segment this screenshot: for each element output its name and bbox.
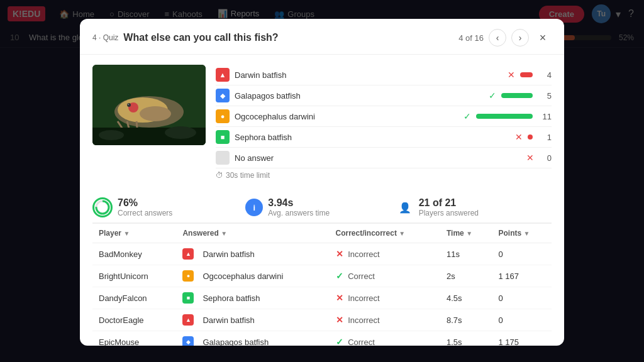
close-button[interactable]: ×: [534, 29, 552, 47]
answer-count: 11: [539, 112, 552, 121]
answer-row: ■ Sephora batfish ✕ 1: [216, 127, 552, 148]
answer-icon-square: ■: [216, 130, 230, 144]
col-time[interactable]: Time ▼: [440, 224, 492, 243]
svg-point-12: [165, 126, 196, 139]
answer-text: Galapagos batfish: [235, 91, 489, 101]
modal-navigation: 4 of 16 ‹ › ×: [458, 29, 552, 47]
svg-point-8: [127, 103, 131, 107]
player-answered: ■ Sephora batfish: [176, 287, 329, 309]
sort-arrow: ▼: [123, 230, 130, 237]
player-status: ✓ Correct: [330, 331, 440, 346]
answer-mark-x: ✕: [508, 70, 515, 80]
answer-icon-circle: ●: [216, 109, 230, 123]
answer-row: ▲ Darwin batfish ✕ 4: [216, 65, 552, 85]
answer-row: No answer ✕ 0: [216, 148, 552, 168]
answer-icon-triangle: ▲: [216, 68, 230, 82]
table-row: BrightUnicorn ● Ogcocephalus darwini ✓ C…: [92, 265, 552, 287]
answer-text: No answer: [235, 153, 526, 163]
time-limit: ⏱ 30s time limit: [216, 171, 552, 180]
player-time: 8.7s: [440, 309, 492, 331]
answer-count: 4: [539, 70, 552, 80]
modal-header: 4 · Quiz What else can you call this fis…: [80, 19, 564, 55]
table-row: DandyFalcon ■ Sephora batfish ✕ Incorrec…: [92, 287, 552, 309]
status-text: Correct: [348, 272, 375, 281]
answered-text: Galapagos batfish: [203, 337, 269, 346]
avg-time-label: Avg. answers time: [268, 209, 330, 217]
player-answered: ▲ Darwin batfish: [176, 309, 329, 331]
answer-mark-check: ✓: [489, 90, 496, 101]
player-points: 0: [492, 287, 552, 309]
answer-bar: [501, 93, 533, 98]
player-answered: ● Ogcocephalus darwini: [176, 265, 329, 287]
player-status: ✕ Incorrect: [330, 243, 440, 265]
player-name: DoctorEagle: [92, 309, 176, 331]
modal-overlay: 4 · Quiz What else can you call this fis…: [0, 0, 644, 362]
modal-quiz-label: 4 · Quiz: [92, 33, 118, 42]
answered-text: Darwin batfish: [203, 250, 254, 259]
table-row: BadMonkey ▲ Darwin batfish ✕ Incorrect 1…: [92, 243, 552, 265]
player-name: BrightUnicorn: [92, 265, 176, 287]
table-row: DoctorEagle ▲ Darwin batfish ✕ Incorrect…: [92, 309, 552, 331]
quiz-modal: 4 · Quiz What else can you call this fis…: [80, 19, 564, 346]
answer-icon-empty: [216, 151, 230, 165]
answer-text: Darwin batfish: [235, 70, 508, 80]
answer-row: ● Ogcocephalus darwini ✓ 11: [216, 106, 552, 127]
col-answered[interactable]: Answered ▼: [176, 224, 329, 243]
answers-list: ▲ Darwin batfish ✕ 4 ◆ Galapagos batfish…: [216, 65, 552, 180]
player-table: Player ▼ Answered ▼ Correct/incorrect ▼: [92, 224, 552, 346]
status-text: Incorrect: [348, 250, 380, 259]
clock-icon: ⏱: [216, 171, 223, 180]
next-arrow-button[interactable]: ›: [511, 29, 529, 47]
answered-icon: ●: [182, 270, 194, 282]
answer-mark-x: ✕: [515, 132, 523, 142]
table-header-row: Player ▼ Answered ▼ Correct/incorrect ▼: [92, 224, 552, 243]
status-icon: ✕: [336, 249, 343, 259]
correct-label: Correct answers: [118, 209, 172, 217]
answered-text: Darwin batfish: [203, 315, 254, 325]
player-status: ✕ Incorrect: [330, 309, 440, 331]
status-icon: ✓: [336, 337, 343, 346]
col-correct-incorrect[interactable]: Correct/incorrect ▼: [330, 224, 440, 243]
player-time: 2s: [440, 265, 492, 287]
answer-count: 1: [539, 133, 552, 142]
answered-text: Ogcocephalus darwini: [203, 272, 283, 281]
avg-time-value: 3.94s: [268, 197, 330, 209]
player-name: DandyFalcon: [92, 287, 176, 309]
table-row: EpicMouse ◆ Galapagos batfish ✓ Correct …: [92, 331, 552, 346]
player-name: EpicMouse: [92, 331, 176, 346]
status-icon: ✕: [336, 315, 343, 325]
svg-point-11: [99, 130, 124, 140]
col-player[interactable]: Player ▼: [92, 224, 176, 243]
answered-text: Sephora batfish: [203, 293, 260, 303]
stat-players: 👤 21 of 21 Players answered: [399, 197, 552, 217]
people-icon: 👤: [399, 202, 411, 214]
answered-icon: ■: [182, 292, 194, 304]
status-text: Incorrect: [348, 315, 380, 325]
modal-title: What else can you call this fish?: [123, 32, 453, 43]
answered-icon: ◆: [182, 336, 194, 346]
player-name: BadMonkey: [92, 243, 176, 265]
players-label: Players answered: [419, 209, 479, 217]
answer-mark-x: ✕: [526, 153, 534, 163]
status-text: Correct: [348, 337, 375, 346]
player-status: ✕ Incorrect: [330, 287, 440, 309]
col-points[interactable]: Points ▼: [492, 224, 552, 243]
stat-correct-answers: 76% Correct answers: [92, 197, 245, 217]
modal-body: ▲ Darwin batfish ✕ 4 ◆ Galapagos batfish…: [80, 55, 564, 346]
prev-arrow-button[interactable]: ‹: [489, 29, 506, 47]
player-answered: ◆ Galapagos batfish: [176, 331, 329, 346]
correct-circle: [92, 197, 113, 217]
answer-count: 0: [539, 153, 552, 163]
fish-image: [92, 65, 206, 145]
svg-point-9: [128, 104, 129, 105]
stats-row: 76% Correct answers i 3.94s Avg. answers…: [92, 190, 552, 224]
answer-count: 5: [539, 91, 552, 101]
player-answered: ▲ Darwin batfish: [176, 243, 329, 265]
answer-dot: [528, 134, 533, 140]
answer-bar: [476, 114, 533, 119]
status-icon: ✕: [336, 293, 343, 303]
answer-text: Ogcocephalus darwini: [235, 112, 464, 121]
sort-arrow: ▼: [221, 230, 227, 237]
player-status: ✓ Correct: [330, 265, 440, 287]
status-icon: ✓: [336, 271, 343, 281]
